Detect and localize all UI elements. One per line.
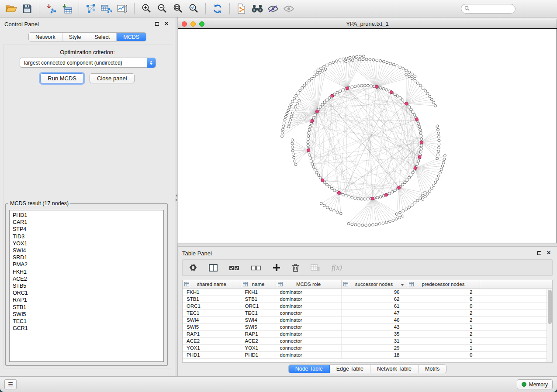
optimization-criterion-dropdown[interactable]: largest connected component (undirected) <box>20 58 156 68</box>
zoom-check-icon[interactable] <box>186 2 201 16</box>
table-cell[interactable]: 43 <box>341 323 407 330</box>
split-columns-icon[interactable] <box>209 262 218 273</box>
table-cell[interactable]: STB1 <box>183 296 241 303</box>
table-cell[interactable]: 2 <box>407 330 480 337</box>
table-cell[interactable]: YOX1 <box>241 344 276 351</box>
column-header-name[interactable]: name <box>241 280 276 289</box>
table-cell[interactable]: dominator <box>276 303 341 309</box>
select-all-checks-icon[interactable] <box>229 262 239 273</box>
horizontal-splitter[interactable] <box>178 243 557 247</box>
table-cell[interactable]: YOX1 <box>183 344 241 351</box>
table-cell[interactable]: RAP1 <box>183 330 241 337</box>
table-cell[interactable]: connector <box>276 337 341 344</box>
table-cell[interactable]: 0 <box>407 351 480 358</box>
panel-menu-button[interactable]: ☰ <box>4 379 17 389</box>
search-input[interactable] <box>472 6 511 12</box>
table-cell[interactable]: TEC1 <box>241 309 276 316</box>
tab-network-table[interactable]: Network Table <box>370 365 419 373</box>
table-cell[interactable]: dominator <box>276 351 341 358</box>
memory-button[interactable]: Memory <box>517 379 553 389</box>
table-cell[interactable]: connector <box>276 323 341 330</box>
table-cell[interactable]: 96 <box>341 289 407 296</box>
table-row[interactable]: SWI4SWI4dominator462 <box>183 316 552 323</box>
eye-icon[interactable] <box>281 2 297 16</box>
table-cell[interactable]: 0 <box>407 296 480 303</box>
mcds-result-item[interactable]: STB5 <box>10 282 163 289</box>
float-table-panel-icon[interactable] <box>536 250 542 256</box>
mcds-result-item[interactable]: ORC1 <box>10 289 163 296</box>
mcds-result-item[interactable]: FKH1 <box>10 268 163 275</box>
table-cell[interactable]: connector <box>276 309 341 316</box>
mcds-result-item[interactable]: STB1 <box>10 304 163 311</box>
table-cell[interactable]: 61 <box>341 303 407 309</box>
table-cell[interactable]: dominator <box>276 330 341 337</box>
network-nodes-icon[interactable] <box>83 2 99 16</box>
mcds-result-item[interactable]: ACE2 <box>10 275 163 282</box>
mcds-result-item[interactable]: SWI5 <box>10 311 163 318</box>
scrollbar-thumb[interactable] <box>548 290 552 324</box>
mcds-result-item[interactable]: SWI4 <box>10 247 163 254</box>
trash-icon[interactable] <box>292 262 299 273</box>
column-header-mcds-role[interactable]: MCDS role <box>276 280 341 289</box>
table-cell[interactable]: SWI4 <box>183 316 241 323</box>
table-cell[interactable]: 0 <box>407 303 480 309</box>
table-cell[interactable]: PHD1 <box>183 351 241 358</box>
table-cell[interactable]: dominator <box>276 289 341 296</box>
document-share-icon[interactable] <box>234 2 249 16</box>
refresh-icon[interactable] <box>210 2 225 16</box>
import-table-arrow-icon[interactable] <box>59 2 75 16</box>
search-field[interactable] <box>461 4 515 14</box>
table-cell[interactable]: 18 <box>341 351 407 358</box>
table-cell[interactable]: SWI5 <box>183 323 241 330</box>
mcds-result-item[interactable]: SRD1 <box>10 254 163 261</box>
mcds-result-item[interactable]: CAR1 <box>10 219 163 226</box>
table-cell[interactable]: STB1 <box>241 296 276 303</box>
network-from-table-icon[interactable] <box>99 2 114 16</box>
table-cell[interactable]: ACE2 <box>241 337 276 344</box>
table-row[interactable]: ORC1ORC1dominator610 <box>183 303 552 309</box>
deselect-all-squares-icon[interactable] <box>251 262 261 273</box>
table-cell[interactable]: 62 <box>341 296 407 303</box>
minimize-window-icon[interactable] <box>190 21 196 27</box>
mcds-result-item[interactable]: YOX1 <box>10 240 163 247</box>
table-cell[interactable]: 1 <box>407 337 480 344</box>
mcds-result-list[interactable]: PHD1CAR1STP4TID3YOX1SWI4SRD1PMA2FKH1ACE2… <box>9 210 164 362</box>
tab-node-table[interactable]: Node Table <box>289 365 330 373</box>
sort-chevron-icon[interactable] <box>401 284 404 286</box>
table-cell[interactable]: 1 <box>407 344 480 351</box>
table-cell[interactable]: 2 <box>407 289 480 296</box>
table-scrollbar[interactable] <box>547 289 552 362</box>
close-panel-button[interactable]: Close panel <box>90 73 135 83</box>
column-header-successor-nodes[interactable]: successor nodes <box>341 280 407 289</box>
tab-network[interactable]: Network <box>29 33 62 41</box>
tab-style[interactable]: Style <box>62 33 88 41</box>
vertical-splitter[interactable] <box>175 17 178 376</box>
tab-motifs[interactable]: Motifs <box>419 365 446 373</box>
zoom-in-icon[interactable] <box>138 2 154 16</box>
column-header-shared-name[interactable]: shared name <box>183 280 241 289</box>
network-image-icon[interactable] <box>114 2 130 16</box>
table-cell[interactable]: SWI5 <box>241 323 276 330</box>
table-cell[interactable]: 35 <box>341 330 407 337</box>
close-table-panel-icon[interactable]: ✕ <box>546 250 552 256</box>
table-cell[interactable]: RAP1 <box>241 330 276 337</box>
close-window-icon[interactable] <box>182 21 187 27</box>
zoom-fit-icon[interactable] <box>170 2 186 16</box>
table-row[interactable]: FKH1FKH1dominator962 <box>183 289 552 296</box>
table-cell[interactable]: ORC1 <box>183 303 241 309</box>
table-row[interactable]: YOX1YOX1connector291 <box>183 344 552 351</box>
table-row[interactable]: RAP1RAP1dominator352 <box>183 330 552 337</box>
gear-icon[interactable] <box>189 262 197 273</box>
table-row[interactable]: PHD1PHD1dominator180 <box>183 351 552 358</box>
table-row[interactable]: ACE2ACE2connector311 <box>183 337 552 344</box>
network-canvas[interactable] <box>178 28 557 243</box>
plus-icon[interactable] <box>273 262 280 273</box>
table-cell[interactable]: 46 <box>341 316 407 323</box>
binoculars-icon[interactable] <box>249 2 265 16</box>
tab-select[interactable]: Select <box>88 33 117 41</box>
table-cell[interactable]: PHD1 <box>241 351 276 358</box>
mcds-result-item[interactable]: GCR1 <box>10 325 163 332</box>
table-cell[interactable]: dominator <box>276 296 341 303</box>
mcds-result-item[interactable]: TID3 <box>10 233 163 240</box>
mcds-result-item[interactable]: PMA2 <box>10 261 163 268</box>
